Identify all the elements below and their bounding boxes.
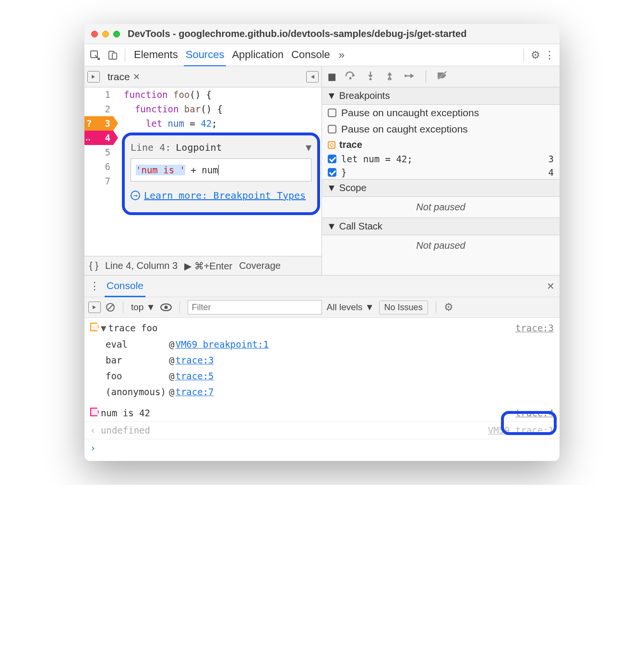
- window-title: DevTools - googlechrome.github.io/devtoo…: [128, 28, 466, 39]
- tab-console[interactable]: Console: [289, 44, 332, 67]
- run-snippet[interactable]: ▶ ⌘+Enter: [184, 260, 232, 272]
- log-source-link[interactable]: trace:4: [515, 405, 554, 421]
- console-trace-row[interactable]: ▼ trace foo trace:3: [84, 320, 560, 337]
- more-tabs-icon[interactable]: »: [336, 49, 345, 61]
- sources-pane: trace ✕ 1234567 function foo() { functio…: [84, 66, 322, 275]
- stack-frame-row[interactable]: bar@ trace:3: [84, 352, 560, 368]
- stack-frame-row[interactable]: foo@ trace:5: [84, 368, 560, 384]
- undefined-source-link[interactable]: VM59 trace:1: [488, 423, 554, 438]
- breakpoint-type-dropdown[interactable]: Logpoint: [176, 140, 222, 155]
- pause-uncaught-checkbox[interactable]: Pause on uncaught exceptions: [322, 105, 560, 121]
- gutter-line[interactable]: 3: [84, 116, 118, 131]
- step-over-icon[interactable]: [345, 71, 356, 83]
- gutter-line[interactable]: 4: [84, 131, 118, 145]
- drawer-tab-console[interactable]: Console: [105, 275, 145, 297]
- code-editor[interactable]: 1234567 function foo() { function bar() …: [84, 87, 322, 256]
- tab-elements[interactable]: Elements: [132, 44, 180, 67]
- breakpoints-section-header[interactable]: ▼ Breakpoints: [322, 87, 560, 105]
- gutter-line[interactable]: 1: [84, 87, 118, 102]
- popover-line-label: Line 4:: [131, 140, 171, 155]
- dropdown-arrow-icon[interactable]: ▼: [306, 140, 311, 155]
- stack-frame-link[interactable]: trace:7: [175, 384, 214, 400]
- format-button[interactable]: { }: [89, 260, 98, 271]
- coverage-button[interactable]: Coverage: [239, 260, 281, 271]
- breakpoint-checkbox[interactable]: [328, 168, 336, 177]
- svg-point-19: [164, 306, 167, 309]
- cursor-position: Line 4, Column 3: [105, 260, 178, 271]
- logpoint-expression-input[interactable]: 'num is ' + num: [131, 158, 311, 181]
- maximize-window-icon[interactable]: [113, 31, 120, 37]
- panels-split: trace ✕ 1234567 function foo() { functio…: [84, 66, 560, 275]
- kebab-menu-icon[interactable]: ⋮: [544, 49, 555, 61]
- sources-tab-bar: trace ✕: [84, 66, 322, 87]
- context-selector[interactable]: top ▼: [131, 302, 155, 313]
- console-drawer: ⋮ Console ✕ top ▼ All levels ▼ No Issues…: [84, 275, 560, 461]
- console-log-row[interactable]: num is 42 trace:4: [84, 405, 560, 422]
- console-toolbar: top ▼ All levels ▼ No Issues ⚙: [84, 297, 560, 318]
- console-filter-input[interactable]: [188, 300, 322, 314]
- stack-frame-link[interactable]: VM69 breakpoint:1: [175, 337, 268, 352]
- step-icon[interactable]: [405, 72, 415, 82]
- title-bar: DevTools - googlechrome.github.io/devtoo…: [84, 24, 560, 44]
- close-drawer-icon[interactable]: ✕: [547, 280, 555, 292]
- issues-button[interactable]: No Issues: [379, 301, 428, 314]
- breakpoint-checkbox[interactable]: [328, 155, 336, 163]
- device-toggle-icon[interactable]: [107, 50, 118, 60]
- live-expression-icon[interactable]: [160, 303, 172, 311]
- tab-application[interactable]: Application: [230, 44, 286, 67]
- console-sidebar-toggle-icon[interactable]: [88, 302, 101, 313]
- devtools-window: DevTools - googlechrome.github.io/devtoo…: [84, 24, 560, 461]
- trace-source-link[interactable]: trace:3: [515, 320, 554, 336]
- js-file-icon: ◇: [328, 141, 335, 149]
- svg-marker-7: [368, 75, 373, 78]
- svg-marker-4: [311, 75, 314, 79]
- log-levels-dropdown[interactable]: All levels ▼: [327, 302, 374, 313]
- console-undefined-row: ‹ undefined VM59 trace:1: [84, 422, 560, 439]
- svg-marker-11: [410, 73, 414, 78]
- console-settings-icon[interactable]: ⚙: [444, 301, 453, 314]
- learn-more-link[interactable]: Learn more: Breakpoint Types: [144, 188, 306, 203]
- console-output: ▼ trace foo trace:3 eval@ VM69 breakpoin…: [84, 318, 560, 461]
- code-line[interactable]: function bar() {: [124, 102, 322, 116]
- stack-frame-link[interactable]: trace:3: [175, 352, 214, 368]
- console-prompt[interactable]: ›: [84, 439, 560, 457]
- stack-frame-row[interactable]: eval@ VM69 breakpoint:1: [84, 337, 560, 352]
- gutter-line[interactable]: 5: [84, 145, 118, 159]
- stack-frame-row[interactable]: (anonymous)@ trace:7: [84, 384, 560, 400]
- scope-section-header[interactable]: ▼ Scope: [322, 179, 560, 197]
- deactivate-breakpoints-icon[interactable]: [437, 71, 447, 83]
- settings-icon[interactable]: ⚙: [531, 49, 540, 61]
- navigator-toggle-icon[interactable]: [87, 71, 100, 83]
- code-line[interactable]: let num = 42;: [124, 116, 322, 131]
- breakpoint-line-row[interactable]: let num = 42;3: [322, 152, 560, 166]
- step-into-icon[interactable]: [366, 71, 375, 83]
- stack-frame-link[interactable]: trace:5: [175, 368, 214, 384]
- breakpoint-popover: Line 4: Logpoint ▼ 'num is ' + num → Lea…: [122, 133, 320, 215]
- gutter-line[interactable]: 6: [84, 159, 118, 174]
- pause-caught-checkbox[interactable]: Pause on caught exceptions: [322, 121, 560, 137]
- clear-console-icon[interactable]: [106, 302, 115, 312]
- callstack-not-paused: Not paused: [322, 235, 560, 256]
- close-file-icon[interactable]: ✕: [133, 72, 140, 82]
- step-out-icon[interactable]: [385, 71, 394, 83]
- drawer-tab-bar: ⋮ Console ✕: [84, 276, 560, 297]
- gutter-line[interactable]: 7: [84, 174, 118, 188]
- minimize-window-icon[interactable]: [102, 31, 109, 37]
- drawer-menu-icon[interactable]: ⋮: [89, 280, 100, 292]
- scope-not-paused: Not paused: [322, 197, 560, 218]
- svg-marker-9: [387, 72, 392, 75]
- tab-sources[interactable]: Sources: [184, 44, 227, 67]
- debugger-pane: ▮▮ ▼ Breakpoints Pause on: [322, 66, 560, 275]
- sources-footer: { } Line 4, Column 3 ▶ ⌘+Enter Coverage: [84, 256, 322, 275]
- breakpoint-file-row[interactable]: ◇ trace: [322, 137, 560, 152]
- pause-icon[interactable]: ▮▮: [328, 71, 334, 82]
- breakpoint-line-row[interactable]: }4: [322, 166, 560, 179]
- open-file-tab[interactable]: trace ✕: [105, 71, 143, 83]
- code-line[interactable]: function foo() {: [124, 87, 322, 102]
- close-window-icon[interactable]: [91, 31, 98, 37]
- trace-badge-icon: [90, 323, 99, 331]
- inspect-icon[interactable]: [89, 49, 101, 61]
- callstack-section-header[interactable]: ▼ Call Stack: [322, 218, 560, 235]
- debugger-toggle-icon[interactable]: [306, 71, 319, 83]
- gutter-line[interactable]: 2: [84, 102, 118, 116]
